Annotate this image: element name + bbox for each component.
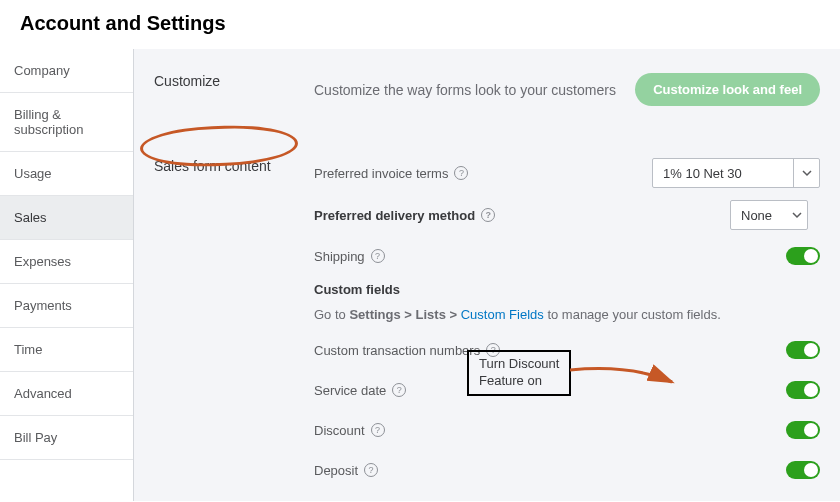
sidebar-item-time[interactable]: Time — [0, 328, 133, 372]
tips-row: Tips (Gratuity) ? — [314, 496, 820, 501]
customize-desc: Customize the way forms look to your cus… — [314, 82, 616, 98]
preferred-delivery-method-row: Preferred delivery method ? None — [314, 200, 820, 230]
sidebar-item-company[interactable]: Company — [0, 49, 133, 93]
preferred-delivery-method-value: None — [731, 208, 787, 223]
preferred-delivery-method-select[interactable]: None — [730, 200, 808, 230]
sidebar: Company Billing & subscription Usage Sal… — [0, 49, 134, 501]
preferred-delivery-method-label-text: Preferred delivery method — [314, 208, 475, 223]
shipping-row: Shipping ? — [314, 242, 820, 270]
preferred-invoice-terms-value: 1% 10 Net 30 — [653, 166, 793, 181]
service-date-label-text: Service date — [314, 383, 386, 398]
service-date-row: Service date ? — [314, 376, 820, 404]
preferred-invoice-terms-select[interactable]: 1% 10 Net 30 — [652, 158, 820, 188]
customize-look-button[interactable]: Customize look and feel — [635, 73, 820, 106]
sidebar-item-billing[interactable]: Billing & subscription — [0, 93, 133, 152]
deposit-label: Deposit ? — [314, 463, 544, 478]
deposit-label-text: Deposit — [314, 463, 358, 478]
service-date-label: Service date ? — [314, 383, 544, 398]
help-icon[interactable]: ? — [486, 343, 500, 357]
cf-text-b: Settings > Lists > — [349, 307, 460, 322]
shipping-label-text: Shipping — [314, 249, 365, 264]
cf-text-a: Go to — [314, 307, 349, 322]
sidebar-item-billpay[interactable]: Bill Pay — [0, 416, 133, 460]
preferred-invoice-terms-label: Preferred invoice terms ? — [314, 166, 544, 181]
deposit-row: Deposit ? — [314, 456, 820, 484]
help-icon[interactable]: ? — [371, 423, 385, 437]
sales-form-section: Sales form content Preferred invoice ter… — [154, 134, 820, 501]
discount-label: Discount ? — [314, 423, 544, 438]
deposit-toggle[interactable] — [786, 461, 820, 479]
custom-fields-link[interactable]: Custom Fields — [461, 307, 544, 322]
sidebar-item-sales[interactable]: Sales — [0, 196, 133, 240]
help-icon[interactable]: ? — [371, 249, 385, 263]
custom-fields-heading: Custom fields — [314, 282, 820, 297]
discount-label-text: Discount — [314, 423, 365, 438]
help-icon[interactable]: ? — [364, 463, 378, 477]
sales-form-section-label: Sales form content — [154, 134, 314, 501]
custom-transaction-numbers-toggle[interactable] — [786, 341, 820, 359]
discount-toggle[interactable] — [786, 421, 820, 439]
discount-row: Discount ? — [314, 416, 820, 444]
main-container: Company Billing & subscription Usage Sal… — [0, 49, 840, 501]
sales-form-section-label-text: Sales form content — [154, 158, 271, 174]
main-panel: Customize Customize the way forms look t… — [134, 49, 840, 501]
sidebar-item-expenses[interactable]: Expenses — [0, 240, 133, 284]
preferred-delivery-method-label: Preferred delivery method ? — [314, 208, 544, 223]
sidebar-item-payments[interactable]: Payments — [0, 284, 133, 328]
custom-transaction-numbers-row: Custom transaction numbers ? — [314, 336, 820, 364]
customize-section-label: Customize — [154, 49, 314, 134]
shipping-toggle[interactable] — [786, 247, 820, 265]
customize-section: Customize Customize the way forms look t… — [154, 49, 820, 134]
help-icon[interactable]: ? — [454, 166, 468, 180]
service-date-toggle[interactable] — [786, 381, 820, 399]
custom-fields-text: Go to Settings > Lists > Custom Fields t… — [314, 307, 820, 322]
sidebar-item-usage[interactable]: Usage — [0, 152, 133, 196]
cf-text-c: to manage your custom fields. — [544, 307, 721, 322]
ctn-label-text: Custom transaction numbers — [314, 343, 480, 358]
sidebar-item-advanced[interactable]: Advanced — [0, 372, 133, 416]
help-icon[interactable]: ? — [392, 383, 406, 397]
shipping-label: Shipping ? — [314, 249, 544, 264]
custom-transaction-numbers-label: Custom transaction numbers ? — [314, 343, 544, 358]
page-title: Account and Settings — [0, 0, 840, 49]
preferred-invoice-terms-label-text: Preferred invoice terms — [314, 166, 448, 181]
chevron-down-icon — [787, 201, 807, 229]
preferred-invoice-terms-row: Preferred invoice terms ? 1% 10 Net 30 — [314, 158, 820, 188]
chevron-down-icon — [793, 159, 819, 187]
help-icon[interactable]: ? — [481, 208, 495, 222]
